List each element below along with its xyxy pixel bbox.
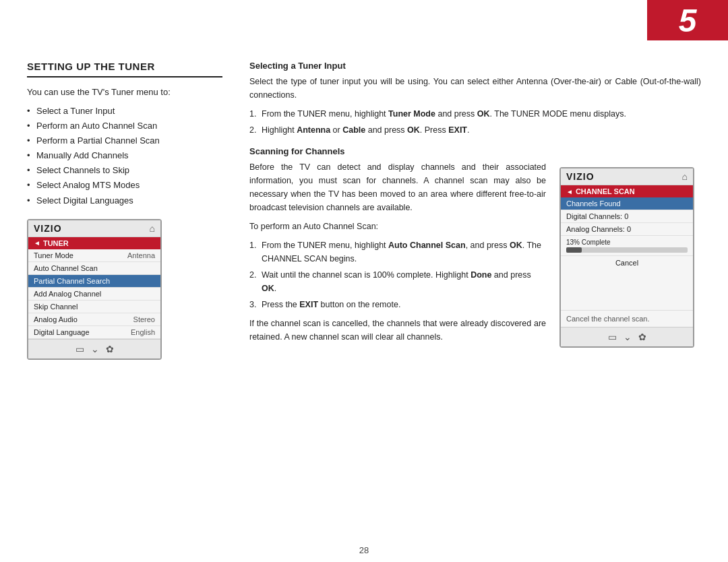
scanning-body2: If the channel scan is cancelled, the ch… xyxy=(249,317,546,344)
step-item: 2. Wait until the channel scan is 100% c… xyxy=(249,268,546,295)
scan-vizio-logo: VIZIO xyxy=(566,171,595,182)
page-number: 28 xyxy=(359,545,369,555)
step-item: 1. From the TUNER menu, highlight Auto C… xyxy=(249,239,546,266)
cancel-row: Cancel xyxy=(561,255,693,270)
menu-item-digital-language: Digital Language English xyxy=(28,326,160,339)
analog-channels-item: Analog Channels: 0 xyxy=(561,223,693,236)
back-icon: ◄ xyxy=(34,239,40,247)
scan-footer-icon-settings: ✿ xyxy=(638,332,646,342)
scanning-channels-heading: Scanning for Channels xyxy=(249,146,701,156)
cancel-label: Cancel xyxy=(615,259,638,267)
step-num: 3. xyxy=(249,298,256,311)
menu-item-label: Auto Channel Scan xyxy=(34,264,98,272)
main-content: SETTING UP THE TUNER You can use the TV'… xyxy=(0,40,728,542)
menu-item-partial-scan: Partial Channel Search xyxy=(28,275,160,288)
scan-tv-footer: ▭ ⌄ ✿ xyxy=(561,327,693,346)
spacer xyxy=(561,270,693,310)
scanning-steps: 1. From the TUNER menu, highlight Auto C… xyxy=(249,239,546,311)
channels-found-item: Channels Found xyxy=(561,197,693,210)
list-item: Select a Tuner Input xyxy=(27,104,222,119)
step-num: 2. xyxy=(249,123,256,137)
right-column: Selecting a Tuner Input Select the type … xyxy=(249,61,701,528)
scanning-section-inner: Before the TV can detect and display cha… xyxy=(249,160,701,349)
menu-item-auto-scan: Auto Channel Scan xyxy=(28,262,160,275)
step-item: 2. Highlight Antenna or Cable and press … xyxy=(249,123,701,137)
menu-item-label: Analog Audio xyxy=(34,315,78,323)
menu-item-label: Skip Channel xyxy=(34,303,78,311)
progress-container: 13% Complete xyxy=(561,236,693,255)
step-item: 1. From the TUNER menu, highlight Tuner … xyxy=(249,107,701,121)
scan-title-label: CHANNEL SCAN xyxy=(576,187,635,195)
menu-item-tuner-mode: Tuner Mode Antenna xyxy=(28,249,160,262)
list-item: Select Analog MTS Modes xyxy=(27,178,222,193)
digital-channels-label: Digital Channels: 0 xyxy=(566,212,628,220)
scanning-text: Before the TV can detect and display cha… xyxy=(249,160,546,349)
selecting-tuner-body: Select the type of tuner input you will … xyxy=(249,75,701,102)
scan-caption: Cancel the channel scan. xyxy=(566,315,650,323)
menu-item-analog-audio: Analog Audio Stereo xyxy=(28,313,160,326)
selecting-tuner-heading: Selecting a Tuner Input xyxy=(249,61,701,71)
tv-footer: ▭ ⌄ ✿ xyxy=(28,339,160,358)
bullet-list: Select a Tuner Input Perform an Auto Cha… xyxy=(27,104,222,208)
left-column: SETTING UP THE TUNER You can use the TV'… xyxy=(27,61,222,528)
progress-label: 13% Complete xyxy=(566,239,688,246)
menu-item-label: Add Analog Channel xyxy=(34,290,101,298)
menu-item-label: Tuner Mode xyxy=(34,251,73,259)
step-num: 2. xyxy=(249,268,256,282)
menu-item-label: Digital Language xyxy=(34,328,90,336)
selecting-tuner-steps: 1. From the TUNER menu, highlight Tuner … xyxy=(249,107,701,137)
channels-found-label: Channels Found xyxy=(566,199,621,208)
progress-bar-fill xyxy=(566,247,582,253)
scan-footer-icon-down: ⌄ xyxy=(624,332,632,342)
channel-scan-mockup: VIZIO ⌂ ◄ CHANNEL SCAN Channels Found Di… xyxy=(559,167,694,348)
footer-icon-screen: ▭ xyxy=(75,344,84,354)
analog-channels-label: Analog Channels: 0 xyxy=(566,225,631,233)
tv-header: VIZIO ⌂ xyxy=(28,220,160,237)
vizio-logo: VIZIO xyxy=(34,223,62,234)
scan-home-icon: ⌂ xyxy=(682,171,688,182)
scan-tv-header: VIZIO ⌂ xyxy=(561,168,693,185)
footer-icon-down: ⌄ xyxy=(91,344,99,354)
menu-item-value: Stereo xyxy=(133,315,155,323)
home-icon: ⌂ xyxy=(150,223,155,234)
step-num: 1. xyxy=(249,239,256,252)
list-item: Perform a Partial Channel Scan xyxy=(27,133,222,148)
step-num: 1. xyxy=(249,107,256,121)
list-item: Perform an Auto Channel Scan xyxy=(27,119,222,133)
tuner-menu-mockup: VIZIO ⌂ ◄ TUNER Tuner Mode Antenna Auto … xyxy=(27,219,162,360)
section-heading: SETTING UP THE TUNER xyxy=(27,61,222,77)
menu-item-label: Partial Channel Search xyxy=(34,277,110,285)
list-item: Select Digital Languages xyxy=(27,193,222,208)
menu-item-value: Antenna xyxy=(127,251,155,259)
progress-bar-bg xyxy=(566,247,688,253)
scanning-body1: Before the TV can detect and display cha… xyxy=(249,160,546,214)
chapter-number: 5 xyxy=(679,2,697,39)
scan-footer-icon-screen: ▭ xyxy=(608,332,617,342)
menu-item-add-analog: Add Analog Channel xyxy=(28,288,160,301)
scan-back-icon: ◄ xyxy=(566,188,573,195)
tuner-menu-title: ◄ TUNER xyxy=(28,237,160,249)
menu-title-label: TUNER xyxy=(43,239,69,247)
list-item: Manually Add Channels xyxy=(27,148,222,163)
scanning-intro2: To perform an Auto Channel Scan: xyxy=(249,220,546,233)
footer-icon-settings: ✿ xyxy=(106,344,114,354)
scan-menu-title: ◄ CHANNEL SCAN xyxy=(561,185,693,197)
intro-text: You can use the TV's Tuner menu to: xyxy=(27,87,222,97)
step-item: 3. Press the EXIT button on the remote. xyxy=(249,298,546,311)
list-item: Select Channels to Skip xyxy=(27,163,222,178)
page-number-badge: 5 xyxy=(647,0,728,40)
digital-channels-item: Digital Channels: 0 xyxy=(561,210,693,223)
menu-item-skip-channel: Skip Channel xyxy=(28,301,160,313)
scan-mockup-area: VIZIO ⌂ ◄ CHANNEL SCAN Channels Found Di… xyxy=(559,160,701,349)
menu-item-value: English xyxy=(131,328,155,336)
